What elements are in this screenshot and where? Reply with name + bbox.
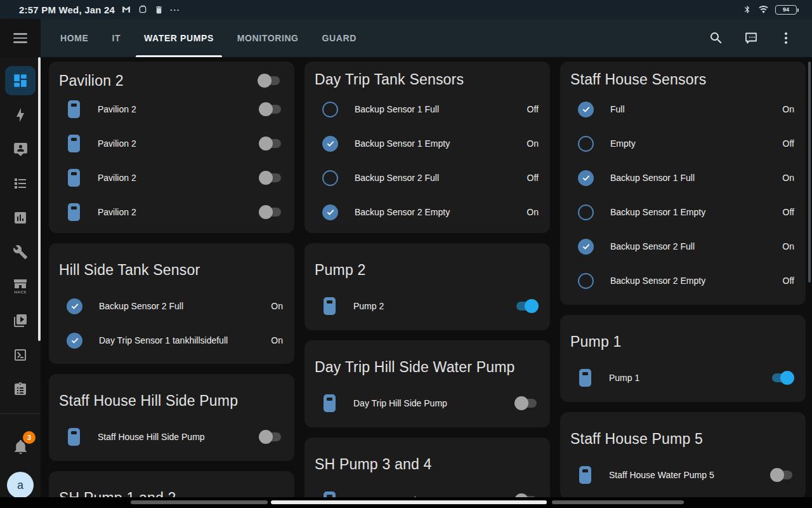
- card-pump-1: Pump 1 Pump 1: [560, 315, 806, 402]
- entity-label: Staff House Water Pump 5: [609, 470, 770, 480]
- card-staff-house-pump-5: Staff House Pump 5 Staff House Water Pum…: [560, 412, 806, 499]
- sensor-row[interactable]: Backup Sensor 2 Full On: [49, 289, 294, 323]
- sensor-row[interactable]: Backup Sensor 1 Full On: [560, 161, 806, 195]
- view-tabs: HOME IT WATER PUMPS MONITORING GUARD: [41, 19, 357, 57]
- wrench-icon: [13, 244, 28, 260]
- tab-water-pumps[interactable]: WATER PUMPS: [144, 19, 214, 57]
- more-notifications-ellipsis: ···: [170, 5, 180, 15]
- entity-toggle[interactable]: [259, 205, 283, 219]
- sidebar-item-terminal[interactable]: [0, 338, 41, 372]
- pavilion-2-group-toggle[interactable]: [258, 74, 282, 88]
- nav-hint-recents[interactable]: [131, 500, 268, 504]
- sidebar-divider: [0, 413, 41, 414]
- home-assistant-app: 2:57 PM Wed, Jan 24 ··· 94: [0, 0, 812, 508]
- sidebar-item-media[interactable]: [0, 304, 41, 338]
- entity-row[interactable]: Pump 2: [304, 289, 550, 323]
- card-title: Staff House Pump 5: [560, 429, 806, 451]
- sidebar-item-lists[interactable]: [0, 166, 41, 201]
- sensor-label: Full: [610, 104, 777, 114]
- entity-row[interactable]: Pavilion 2: [49, 126, 294, 161]
- entity-label: Pavilion 2: [98, 173, 259, 183]
- sidebar-item-dashboard[interactable]: [0, 64, 41, 98]
- tab-home[interactable]: HOME: [60, 19, 88, 57]
- dashboard-content: Pavilion 2 Pavilion 2 Pavilion 2 Pavilio…: [41, 57, 812, 508]
- sensor-row[interactable]: Backup Sensor 2 Full On: [560, 229, 806, 264]
- entity-label: Staff House Hill Side Pump: [98, 432, 259, 442]
- gmail-notification-icon: [121, 4, 131, 15]
- nav-hint-home[interactable]: [271, 500, 547, 504]
- search-icon[interactable]: [709, 30, 724, 46]
- sensor-row[interactable]: Backup Sensor 2 Empty On: [304, 195, 550, 229]
- terminal-console-icon: [13, 347, 28, 363]
- view-dashboard-icon: [12, 72, 29, 89]
- sidebar-menu-button[interactable]: [0, 19, 41, 57]
- entity-toggle[interactable]: [770, 371, 794, 385]
- entity-toggle[interactable]: [259, 102, 283, 116]
- switch-entity-icon: [324, 394, 336, 412]
- notification-badge: 3: [23, 431, 36, 444]
- sensor-row[interactable]: Full On: [560, 92, 806, 126]
- sensor-state: On: [527, 207, 539, 217]
- circle-outline-icon: [578, 273, 594, 289]
- assist-chat-icon[interactable]: [743, 30, 759, 46]
- sensor-row[interactable]: Backup Sensor 1 Empty Off: [560, 195, 806, 229]
- nav-hint-back[interactable]: [552, 500, 684, 504]
- battery-indicator: 94: [775, 5, 797, 15]
- tab-guard[interactable]: GUARD: [322, 19, 357, 57]
- sensor-state: On: [782, 241, 794, 251]
- check-circle-icon: [322, 136, 338, 152]
- switch-entity-icon: [324, 297, 336, 315]
- switch-entity-icon: [68, 203, 80, 221]
- overflow-menu-icon[interactable]: [778, 30, 794, 46]
- sidebar-item-energy[interactable]: [0, 98, 41, 132]
- sidebar-item-tools[interactable]: [0, 235, 41, 269]
- entity-toggle[interactable]: [259, 430, 283, 444]
- hamburger-icon: [13, 30, 27, 46]
- entity-label: Pavilion 2: [98, 104, 259, 114]
- card-staff-house-sensors: Staff House Sensors Full On Empty Off Ba…: [560, 62, 806, 305]
- entity-toggle[interactable]: [514, 396, 539, 410]
- entity-row[interactable]: Pavilion 2: [49, 195, 294, 229]
- switch-entity-icon: [68, 169, 80, 187]
- tab-it[interactable]: IT: [112, 19, 121, 57]
- entity-toggle[interactable]: [770, 468, 794, 482]
- sensor-row[interactable]: Empty Off: [560, 126, 806, 161]
- entity-row[interactable]: Pavilion 2: [49, 161, 294, 195]
- circle-outline-icon: [322, 170, 338, 186]
- sidebar-item-hacs[interactable]: HACS: [0, 269, 41, 304]
- sidebar-item-person-message[interactable]: [0, 132, 41, 166]
- entity-row[interactable]: Staff House Water Pump 5: [560, 458, 806, 492]
- sensor-row[interactable]: Day Trip Sensor 1 tankhillsidefull On: [49, 323, 294, 358]
- sensor-label: Backup Sensor 2 Full: [99, 301, 266, 311]
- sensor-row[interactable]: Backup Sensor 2 Full Off: [304, 161, 550, 195]
- card-title: Staff House Hill Side Pump: [49, 391, 294, 413]
- trash-notification-icon: [154, 5, 164, 15]
- entity-toggle[interactable]: [259, 137, 283, 150]
- sensor-label: Backup Sensor 2 Empty: [610, 276, 778, 286]
- sidebar-notifications[interactable]: 3: [0, 429, 41, 464]
- page-scrollbar[interactable]: [808, 62, 811, 283]
- card-title: Staff House Sensors: [560, 69, 806, 92]
- sensor-row[interactable]: Backup Sensor 1 Empty On: [304, 126, 550, 161]
- sensor-row[interactable]: Backup Sensor 2 Empty Off: [560, 264, 806, 298]
- circle-outline-icon: [578, 136, 594, 152]
- android-navigation-bar: [0, 497, 812, 508]
- entity-row[interactable]: Pavilion 2: [49, 92, 294, 126]
- entity-row[interactable]: Staff House Hill Side Pump: [49, 420, 294, 454]
- app-notification-icon: [138, 4, 148, 15]
- sensor-label: Backup Sensor 1 Full: [355, 104, 522, 114]
- wifi-icon: [757, 4, 769, 15]
- card-title: SH Pump 3 and 4: [304, 454, 550, 477]
- bluetooth-icon: [743, 4, 752, 15]
- list-icon: [13, 176, 28, 191]
- clipboard-list-icon: [13, 382, 28, 397]
- tab-monitoring[interactable]: MONITORING: [237, 19, 299, 57]
- sidebar-item-history[interactable]: [0, 201, 41, 235]
- entity-toggle[interactable]: [259, 171, 283, 185]
- sensor-row[interactable]: Backup Sensor 1 Full Off: [304, 92, 550, 126]
- sidebar-item-todo[interactable]: [0, 372, 41, 406]
- avatar-initial: a: [17, 479, 23, 492]
- entity-toggle[interactable]: [514, 299, 539, 313]
- entity-row[interactable]: Day Trip Hill Side Pump: [304, 386, 550, 420]
- entity-row[interactable]: Pump 1: [560, 361, 806, 395]
